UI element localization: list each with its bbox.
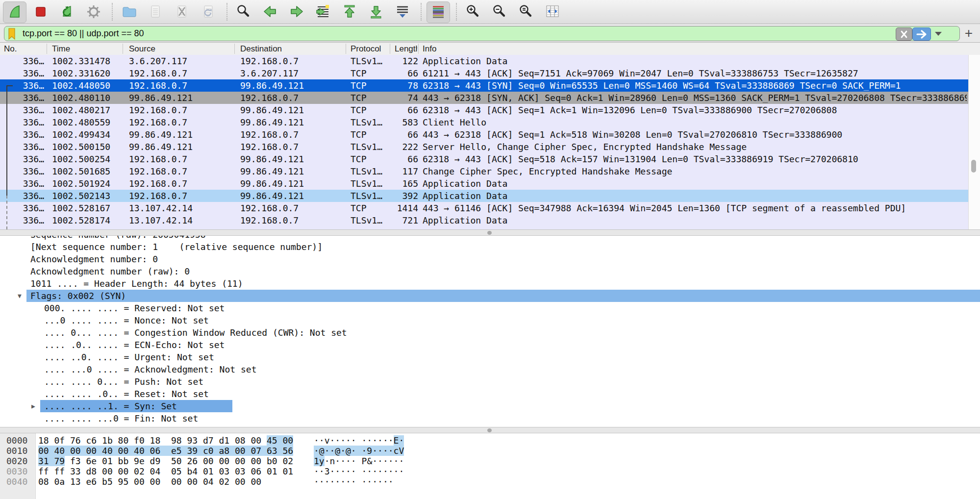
packet-time: 1002.331478 xyxy=(52,55,126,67)
column-header-no[interactable]: No. xyxy=(4,43,44,55)
detail-line[interactable]: [Next sequence number: 1 (relative seque… xyxy=(0,241,980,253)
packet-row[interactable]: 336…1002.3314783.6.207.117192.168.0.7TLS… xyxy=(0,55,969,67)
selected-bytes-highlight: ·@··@·@· ·9····cV xyxy=(314,446,404,456)
packet-protocol: TCP xyxy=(351,128,389,141)
detail-line[interactable]: Acknowledgment number (raw): 0 xyxy=(0,265,980,277)
detail-line[interactable]: .... ..0. .... = Urgent: Not set xyxy=(0,351,980,363)
stop-capture-button[interactable] xyxy=(29,1,52,22)
packet-row[interactable]: 336…1002.50015099.86.49.121192.168.0.7TL… xyxy=(0,141,969,153)
clear-filter-button[interactable] xyxy=(896,27,912,41)
splitter-grip[interactable] xyxy=(487,231,492,235)
hex-row[interactable]: 0030ff ff 33 d8 00 00 02 04 05 b4 01 03 … xyxy=(0,466,980,476)
detail-line[interactable]: Sequence number (raw): 2665041958 xyxy=(0,236,980,241)
detail-line-text: .... .... ...0 = Fin: Not set xyxy=(44,412,198,424)
filter-dropdown-icon[interactable] xyxy=(935,32,942,36)
column-header-time[interactable]: Time xyxy=(52,43,126,55)
detail-line[interactable]: .... .... ...0 = Fin: Not set xyxy=(0,412,980,424)
zoom-out-button[interactable] xyxy=(488,1,511,22)
detail-line[interactable]: .... .... 0... = Push: Not set xyxy=(0,375,980,388)
go-next-packet-button[interactable] xyxy=(285,1,308,22)
column-separator[interactable] xyxy=(346,44,346,54)
column-header-length[interactable]: Length xyxy=(395,43,417,55)
packet-row[interactable]: 336…1002.49943499.86.49.121192.168.0.7TC… xyxy=(0,128,969,141)
detail-line[interactable]: ▶.... .... ..1. = Syn: Set xyxy=(0,400,980,412)
scrollbar-thumb[interactable] xyxy=(971,160,976,173)
packet-row[interactable]: 336…1002.52817413.107.42.14192.168.0.7TL… xyxy=(0,214,969,226)
close-capture-file-button[interactable] xyxy=(171,1,193,22)
packet-protocol: TCP xyxy=(351,153,389,165)
packet-row[interactable]: 336…1002.480559192.168.0.799.86.49.121TL… xyxy=(0,116,969,128)
packet-row[interactable]: 336…1002.52816713.107.42.14192.168.0.7TC… xyxy=(0,202,969,214)
packet-list-scrollbar[interactable] xyxy=(968,55,980,229)
hex-row[interactable]: 000018 0f 76 c6 1b 80 f0 18 98 93 d7 d1 … xyxy=(0,435,980,446)
column-separator[interactable] xyxy=(418,44,419,54)
detail-line[interactable]: Acknowledgment number: 0 xyxy=(0,253,980,265)
detail-line[interactable]: ...0 .... .... = Nonce: Not set xyxy=(0,314,980,326)
column-header-protocol[interactable]: Protocol xyxy=(351,43,389,55)
resize-columns-button[interactable] xyxy=(541,1,564,22)
detail-line[interactable]: ▼Flags: 0x002 (SYN) xyxy=(0,290,980,302)
packet-length: 392 xyxy=(390,190,418,202)
column-separator[interactable] xyxy=(234,44,235,54)
filter-toolbar: tcp.port == 80 || udp.port == 80 + xyxy=(0,24,980,43)
detail-line[interactable]: .... ...0 .... = Acknowledgment: Not set xyxy=(0,363,980,375)
reload-capture-file-button[interactable] xyxy=(197,1,220,22)
packet-source: 13.107.42.14 xyxy=(129,214,233,226)
column-separator[interactable] xyxy=(123,44,123,54)
packet-no: 336… xyxy=(4,177,44,190)
hex-bytes: 00 40 00 00 40 00 40 06 e5 39 c0 a8 00 0… xyxy=(38,446,293,456)
hex-row[interactable]: 001000 40 00 00 40 00 40 06 e5 39 c0 a8 … xyxy=(0,446,980,456)
hex-row[interactable]: 002031 79 f3 6e 01 bb 9e d9 50 26 00 00 … xyxy=(0,456,980,466)
restart-capture-button[interactable] xyxy=(56,1,78,22)
display-filter-value[interactable]: tcp.port == 80 || udp.port == 80 xyxy=(23,28,144,39)
packet-info: Application Data xyxy=(423,190,967,202)
packet-row[interactable]: 336…1002.501685192.168.0.799.86.49.121TL… xyxy=(0,165,969,177)
packet-source: 13.107.42.14 xyxy=(129,202,233,214)
go-first-packet-button[interactable] xyxy=(338,1,361,22)
detail-line[interactable]: .... .0.. .... = ECN-Echo: Not set xyxy=(0,339,980,351)
packet-row[interactable]: 336…1002.480217192.168.0.799.86.49.121TC… xyxy=(0,104,969,116)
hex-row[interactable]: 004008 0a 13 e6 b5 95 00 00 00 00 04 02 … xyxy=(0,476,980,487)
auto-scroll-icon xyxy=(394,3,411,20)
column-separator[interactable] xyxy=(47,44,47,54)
packet-row[interactable]: 336…1002.331620192.168.0.73.6.207.117TCP… xyxy=(0,67,969,79)
go-last-packet-button[interactable] xyxy=(365,1,387,22)
add-filter-button[interactable]: + xyxy=(961,24,976,42)
start-capture-button[interactable] xyxy=(3,1,26,23)
column-header-destination[interactable]: Destination xyxy=(240,43,344,55)
packet-row[interactable]: 336…1002.501924192.168.0.799.86.49.121TL… xyxy=(0,177,969,190)
packet-list: 336…1002.3314783.6.207.117192.168.0.7TLS… xyxy=(0,55,980,229)
splitter-grip[interactable] xyxy=(487,428,492,432)
capture-options-button[interactable] xyxy=(82,1,105,22)
detail-line[interactable]: .... .... .0.. = Reset: Not set xyxy=(0,388,980,400)
conversation-bracket-line xyxy=(6,85,7,196)
zoom-out-icon xyxy=(491,3,508,20)
pane-splitter-bottom[interactable] xyxy=(0,427,980,433)
column-header-source[interactable]: Source xyxy=(129,43,233,55)
detail-line[interactable]: .... 0... .... = Congestion Window Reduc… xyxy=(0,326,980,339)
zoom-in-button[interactable] xyxy=(462,1,484,22)
packet-row[interactable]: 336…1002.502143192.168.0.799.86.49.121TL… xyxy=(0,190,969,202)
detail-line[interactable]: 1011 .... = Header Length: 44 bytes (11) xyxy=(0,277,980,290)
apply-filter-button[interactable] xyxy=(912,27,931,41)
colorize-toggle-button[interactable] xyxy=(427,1,450,23)
find-packet-button[interactable] xyxy=(232,1,255,22)
bookmark-icon[interactable] xyxy=(7,27,18,40)
go-to-packet-button[interactable] xyxy=(312,1,334,22)
packet-no: 336… xyxy=(4,141,44,153)
column-header-info[interactable]: Info xyxy=(423,43,967,55)
save-capture-file-button[interactable] xyxy=(144,1,167,22)
auto-scroll-toggle-button[interactable] xyxy=(391,1,414,22)
pane-splitter-top[interactable] xyxy=(0,229,980,236)
detail-line[interactable]: 000. .... .... = Reserved: Not set xyxy=(0,302,980,314)
collapse-arrow-icon[interactable]: ▼ xyxy=(18,290,22,302)
display-filter-input[interactable]: tcp.port == 80 || udp.port == 80 xyxy=(4,26,960,41)
packet-row[interactable]: 336…1002.448050192.168.0.799.86.49.121TC… xyxy=(0,79,969,92)
open-capture-file-button[interactable] xyxy=(118,1,140,22)
zoom-reset-button[interactable] xyxy=(515,1,537,22)
go-previous-packet-button[interactable] xyxy=(259,1,281,22)
expand-arrow-icon[interactable]: ▶ xyxy=(31,400,35,412)
packet-row[interactable]: 336…1002.500254192.168.0.799.86.49.121TC… xyxy=(0,153,969,165)
packet-row[interactable]: 336…1002.48011099.86.49.121192.168.0.7TC… xyxy=(0,92,969,104)
column-separator[interactable] xyxy=(390,44,390,54)
